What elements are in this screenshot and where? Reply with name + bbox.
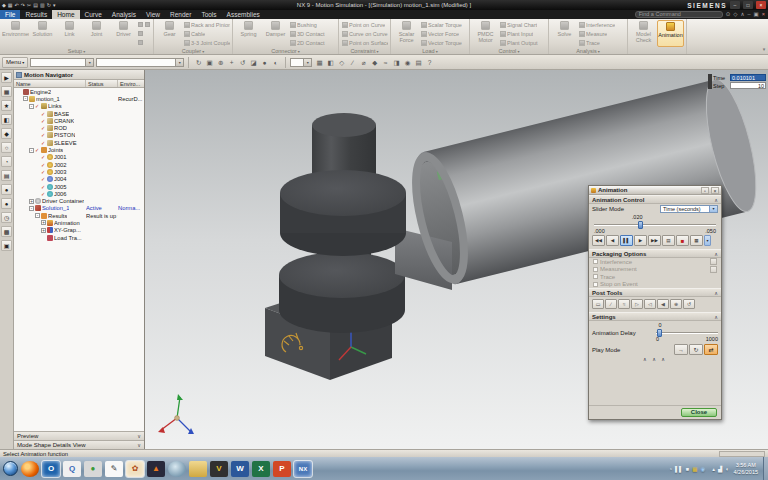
tree-node-label[interactable]: SLEEVE [54,140,77,146]
taskbar-security-icon[interactable]: ● [84,461,102,477]
ribbon-button[interactable]: Link [56,20,83,47]
roles-icon[interactable]: ▣ [1,240,12,251]
ribbon-button[interactable]: Damper [262,20,289,47]
clip-section-icon[interactable]: ◨ [391,57,402,68]
taskbar-clock[interactable]: 3:56 AM 4/26/2015 [734,462,758,476]
section-packaging-options[interactable]: Packaging Options ∧ [589,249,721,258]
play-loop-button[interactable]: ↻ [689,344,703,355]
ribbon-group-label[interactable] [630,47,684,54]
ribbon-button[interactable] [144,20,151,29]
chart-button[interactable]: ▤ [662,235,675,246]
minimize-ribbon-icon[interactable]: ∧ [740,10,744,19]
selection-scope-combo[interactable] [30,58,94,67]
tree-node-label[interactable]: CRANK [54,118,74,124]
preview-bar[interactable]: Preview ∨ [14,431,144,440]
tree-row[interactable]: ✓ J001 [14,154,144,161]
play-bounce-button[interactable]: ⇄ [704,344,718,355]
ribbon-button[interactable]: Joint [83,20,110,47]
view-layer-combo[interactable] [290,58,312,67]
tree-row[interactable]: ✓ BASE [14,110,144,117]
tree-node-label[interactable]: PISTON [54,132,75,138]
measure-icon[interactable]: ⌀ [358,57,369,68]
menu-tab[interactable]: Analysis [107,10,141,19]
taskbar-excel-icon[interactable]: X [252,461,270,477]
tray-pause-icon[interactable]: ▌▌ [675,466,683,472]
column-environment[interactable]: Enviro... [118,80,144,87]
tree-node-label[interactable]: J004 [54,176,67,182]
volume-icon[interactable]: ◖ [725,466,728,472]
tree-row[interactable]: - ✓ Links [14,103,144,110]
ribbon-button[interactable]: Rack and Pinion [183,20,230,29]
tree-row[interactable]: - motion_1 RecurD... [14,95,144,102]
slider-mode-dropdown[interactable]: Time (seconds) [660,205,718,213]
tree-node-label[interactable]: Animation [54,220,80,226]
wcs-triad[interactable] [158,394,194,434]
ribbon-button[interactable]: Gear [156,20,183,47]
ribbon-group-label[interactable]: Constraint [341,47,388,55]
ribbon-group-label[interactable]: Control [472,47,546,55]
menu-tab[interactable]: Curve [80,10,107,19]
column-status[interactable]: Status [86,80,118,87]
zoom-icon[interactable]: ⊕ [215,57,226,68]
ribbon-group-label[interactable]: Connector [235,47,336,55]
clock-icon[interactable]: ◷ [1,212,12,223]
record-movie-button[interactable]: ■ [676,235,689,246]
palette-icon[interactable]: ▩ [1,226,12,237]
app-logo-icon[interactable]: ◆ [2,0,6,10]
tree-node-label[interactable]: J003 [54,169,67,175]
titlebar-close-button[interactable]: × [756,1,766,9]
cut-icon[interactable]: ✂ [27,0,31,10]
paste-icon[interactable]: ▥ [40,0,45,10]
ribbon-group-label[interactable]: Setup [2,47,151,55]
tray-status-icon[interactable]: ◔ [669,466,672,472]
taskbar-nx-icon[interactable]: NX [294,461,312,477]
customize-icon[interactable]: ▾ [53,0,56,10]
ribbon-button[interactable]: Point on Surface [341,38,388,47]
section-post-tools[interactable]: Post Tools ∧ [589,288,721,297]
packaging-list-button[interactable] [710,266,717,273]
ribbon-button[interactable]: Point on Curve [341,20,388,29]
tree-row[interactable]: + XY-Grap... [14,227,144,234]
dialog-titlebar[interactable]: Animation ▫ × [589,186,721,195]
tree-node-label[interactable]: Load Tra... [54,235,82,241]
find-command-input[interactable]: Find a Command [635,11,723,18]
ribbon-group-label[interactable]: Load [393,47,467,55]
show-desktop-button[interactable] [763,457,768,480]
tree-node-label[interactable]: J006 [54,191,67,197]
tree-node-label[interactable]: J002 [54,162,67,168]
titlebar-maximize-button[interactable]: □ [743,1,753,9]
info-sphere-icon[interactable]: ● [1,184,12,195]
crank-disc-upper[interactable] [280,170,406,256]
collapse-icon[interactable]: ∧ [714,314,718,320]
taskbar-folder-icon[interactable] [189,461,207,477]
taskbar-firefox-icon[interactable] [21,461,39,477]
ribbon-button[interactable]: Model Check [630,20,657,47]
collapse-icon[interactable]: ∧ [714,197,718,203]
dialog-close-button[interactable]: × [711,187,719,194]
expand-toggle-icon[interactable]: - [29,206,34,211]
ribbon-button[interactable]: Solve [551,20,578,47]
slider-thumb[interactable] [638,221,643,229]
time-value-field[interactable]: 0.010101 [730,74,766,81]
tree-row[interactable]: - Results Result is up t... [14,212,144,219]
ribbon-button[interactable] [137,20,144,29]
checkbox[interactable] [593,282,598,287]
tree-row[interactable]: Load Tra... [14,234,144,241]
ribbon-button[interactable]: Plant Input [499,29,546,38]
menu-window-restore-icon[interactable]: ▣ [754,10,759,19]
ribbon-button[interactable]: Trace [578,38,625,47]
ribbon-button[interactable]: Scalar Torque [420,20,467,29]
post-tool-forward-button[interactable]: ▷ [631,299,643,309]
refresh-icon[interactable]: ↻ [193,57,204,68]
menu-tab[interactable]: Assemblies [222,10,265,19]
tree-node-label[interactable]: Engine2 [30,89,51,95]
tree-row[interactable]: ✓ ROD [14,124,144,131]
tree-row[interactable]: + Animation [14,219,144,226]
chart-icon[interactable]: ▤ [1,170,12,181]
effects-icon[interactable]: ≈ [380,57,391,68]
menu-tab[interactable]: Render [165,10,196,19]
shaded-view-icon[interactable]: ● [259,57,270,68]
constraint-navigator-icon[interactable]: ▦ [1,86,12,97]
trim-section-icon[interactable]: ◪ [248,57,259,68]
ribbon-button[interactable]: Animation [657,20,684,47]
